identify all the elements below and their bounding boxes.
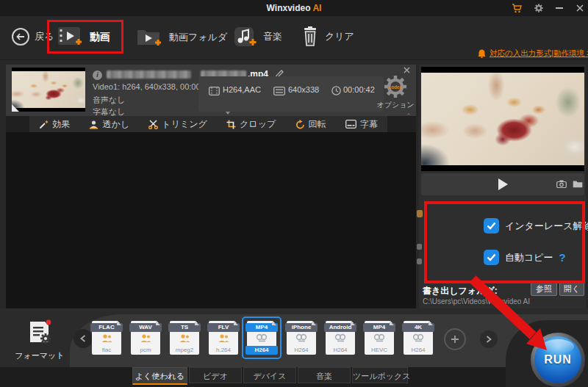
format-card-iphone[interactable]: iPhone H264 [287,321,316,355]
format-card-4k[interactable]: 4K H264 [404,321,433,355]
format-doc-gear-icon [25,319,54,348]
run-button[interactable]: RUN [531,333,585,387]
codec-film-icon [209,87,220,95]
bell-icon [478,49,486,58]
add-music-button[interactable]: 音楽 [234,26,282,47]
video-thumbnail-image [12,71,85,108]
hidden-option-fragment [417,210,423,217]
preview-video-image [421,73,584,165]
add-format-button[interactable] [444,328,466,350]
close-icon[interactable] [573,2,587,14]
main-toolbar: 戻る 動画 動画フォルダ [0,16,588,60]
auto-copy-help-icon[interactable]: ? [559,251,566,264]
format-card-flv[interactable]: FLV h.264 [209,321,238,355]
settings-gear-icon[interactable] [532,2,545,14]
magic-wand-icon [39,120,49,129]
film-reel-icon [326,333,355,342]
support-link: 対応の入出力形式|動作環境 > [490,48,588,59]
audio-profile-icon [209,333,238,343]
tab-frequently-used[interactable]: よく使われる [132,367,187,385]
deinterlace-label: インターレース解除 [505,220,588,233]
back-button[interactable]: 戻る [12,28,54,46]
add-music-label: 音楽 [263,31,282,43]
tab-watermark[interactable]: 透かし [89,118,129,131]
app-title: Winxvideo AI [0,0,588,16]
tab-effect[interactable]: 効果 [39,118,70,131]
tab-rotate-label: 回転 [309,118,326,131]
music-plus-icon [234,26,257,47]
audio-profile-icon [92,333,121,343]
tab-music-formats[interactable]: 音楽 [298,367,351,383]
play-button[interactable] [498,178,508,190]
format-card-wav[interactable]: WAV pcm [131,321,160,355]
title-bar: Winxvideo AI [0,0,588,16]
tab-toolbox[interactable]: ツールボックス [352,367,408,383]
format-card-mp4-hevc[interactable]: MP4 HEVC [365,321,394,355]
support-link-group[interactable]: 対応の入出力形式|動作環境 > [478,48,588,59]
cart-icon[interactable] [510,2,523,14]
tab-subtitle[interactable]: 字幕 [345,118,378,131]
thumbnail-corner-fold [12,104,19,112]
rotate-icon [295,120,305,129]
edit-tab-strip: 効果 透かし トリミング クロップ 回転 字幕 [29,116,387,132]
format-card-flac[interactable]: FLAC flac [92,321,121,355]
video-folder-plus-icon [137,27,163,48]
subtitle-icon [345,120,356,129]
deinterlace-option: インターレース解除 [484,218,588,234]
auto-copy-checkbox[interactable] [484,250,499,265]
options-gear-icon: codec [382,73,409,100]
output-resolution: 640x338 [288,85,319,94]
options-button[interactable]: codec オプション [379,73,412,113]
item-close-icon[interactable] [404,66,410,75]
scroll-right-button[interactable] [480,330,498,348]
add-video-button[interactable]: 動画 [57,26,110,48]
deinterlace-checkbox[interactable] [484,218,499,234]
options-label: オプション [376,100,414,110]
run-button-face: RUN [534,336,581,383]
duration-clock-icon [331,86,341,95]
back-arrow-icon [12,28,29,46]
check-icon [487,222,496,230]
add-video-folder-label: 動画フォルダ [169,32,227,43]
open-folder-icon[interactable] [573,180,583,188]
run-label: RUN [544,353,572,366]
svg-text:codec: codec [389,84,403,90]
output-duration: 00:00:42 [343,85,375,94]
clear-button[interactable]: クリア [301,26,354,47]
auto-copy-option: 自動コピー ? [484,250,566,265]
tab-trim[interactable]: トリミング [148,118,207,131]
audio-profile-icon [170,333,199,343]
source-filename-redacted [107,70,191,79]
format-card-android[interactable]: Android H264 [326,321,355,355]
add-video-label: 動画 [90,31,110,43]
tab-watermark-label: 透かし [102,118,129,131]
format-label: フォーマット [15,350,64,361]
video-plus-icon [57,26,84,48]
output-folder-label: 書き出しフォルダ: [423,285,498,297]
tab-video-formats[interactable]: ビデオ [189,367,242,383]
video-track-info[interactable]: Video1: h264, 640x338, 00:00:42 [93,82,212,91]
scissors-icon [148,120,158,129]
scroll-left-button[interactable] [74,329,93,348]
snapshot-camera-icon[interactable] [556,180,567,188]
check-icon [487,253,496,261]
tab-subtitle-label: 字幕 [360,118,378,131]
back-label: 戻る [35,31,54,43]
output-codec: H264,AAC [223,85,261,94]
watermark-person-icon [89,120,98,129]
tab-device[interactable]: デバイス [243,367,296,383]
winxvideo-window: Winxvideo AI 戻る 動画 [0,0,588,387]
add-video-folder-button[interactable]: 動画フォルダ [137,27,227,48]
hidden-checkbox-fragment [417,244,422,250]
format-card-ts[interactable]: TS mpeg2 [170,321,199,355]
resolution-icon [273,87,285,95]
open-button[interactable]: 開く [559,282,584,296]
info-icon[interactable]: i [93,70,102,80]
browse-button[interactable]: 参照 [531,282,557,296]
film-reel-icon [404,333,433,342]
audio-track-info[interactable]: 音声なし [93,95,126,106]
tab-rotate[interactable]: 回転 [295,118,326,131]
format-settings-button[interactable]: フォーマット [13,319,66,361]
minimize-icon[interactable] [553,2,566,14]
tab-crop[interactable]: クロップ [226,118,276,131]
